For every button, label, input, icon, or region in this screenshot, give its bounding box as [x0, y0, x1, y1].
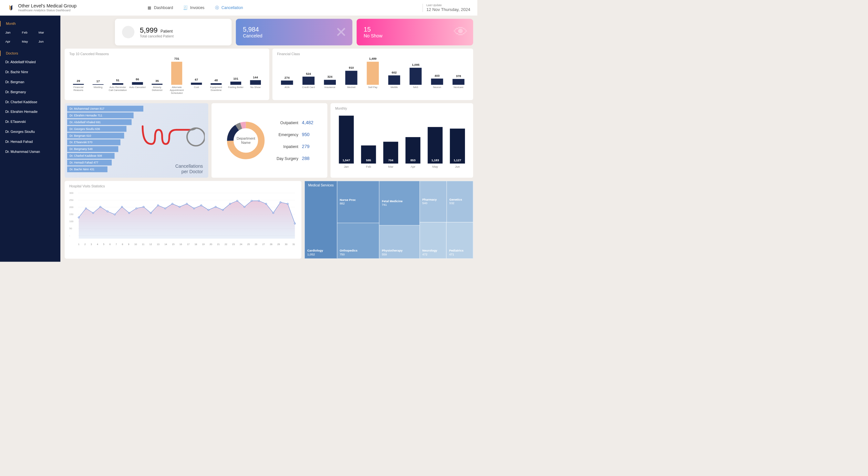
doctor-filter[interactable]: Dr. Abdellatif Khaled [5, 60, 55, 64]
month-mar[interactable]: Mar [38, 31, 55, 35]
monthly-bar: 585Feb [359, 145, 378, 169]
treemap-cell: Pediatrics471 [446, 222, 473, 259]
dept-row: Emergency950 [272, 132, 313, 137]
monthly-title: Monthly [335, 107, 469, 111]
bar-column: 86Auto Canceled [128, 77, 147, 94]
svg-point-22 [229, 203, 230, 204]
kpi-total-unit: Patient [160, 29, 173, 34]
treemap-cell: Cardiology1,052 [305, 181, 337, 259]
treemap-cell: Neurology472 [420, 222, 446, 259]
sidebar-doctors-title: Doctors [0, 50, 60, 56]
tab-invoices[interactable]: 🧾Invoices [184, 5, 205, 10]
tree-title: Medical Services [308, 183, 334, 188]
month-jun[interactable]: Jun [38, 40, 55, 43]
svg-point-0 [187, 128, 205, 146]
kpi-noshow: 15 No Show 👁 [356, 19, 473, 45]
header: Other Level's Medical Group Healthcare A… [0, 0, 477, 15]
doctor-filter[interactable]: Dr. Bachir Nimr [5, 70, 55, 74]
month-apr[interactable]: Apr [5, 40, 22, 43]
tab-dashboard[interactable]: ▦Dashboard [148, 5, 173, 10]
monthly-bar: 1,183May [426, 127, 445, 169]
monthly-bar: 704Mar [381, 142, 400, 169]
doctor-filter[interactable]: Dr. Georges Sioufiu [5, 130, 55, 134]
update-date: 12 Nov Thursday, 2024 [426, 7, 470, 11]
bar-column: 324Insurance [320, 75, 340, 95]
month-feb[interactable]: Feb [22, 31, 38, 35]
doctor-filter[interactable]: Dr. Charbel Kaddisse [5, 100, 55, 104]
patient-avatar-icon [122, 26, 135, 38]
close-circle-icon: ⓧ [215, 6, 219, 10]
bar-column: 17Meeting [89, 80, 107, 95]
month-may[interactable]: May [22, 40, 38, 43]
svg-point-1 [78, 217, 80, 218]
svg-point-28 [273, 212, 274, 213]
bar-column: 48Equipment Downtime [207, 79, 225, 95]
svg-point-29 [280, 202, 281, 203]
svg-point-24 [244, 206, 245, 207]
svg-point-8 [128, 212, 130, 213]
bar-column: 378Nextcare [448, 74, 469, 94]
brand-logo-icon [7, 4, 14, 11]
bar-column: 731Alternate Appointment Scheduled [167, 57, 186, 95]
card-financial-class: Financial Class 274AXA524Credit Card324I… [273, 49, 473, 100]
treemap-cell: Orthopedics750 [337, 223, 379, 259]
svg-point-3 [92, 212, 94, 213]
hbar-row: Dr. Muhammad Usman 817 [67, 106, 206, 111]
nav-tabs: ▦Dashboard 🧾Invoices ⓧCancellation [148, 5, 243, 10]
department-donut-chart: DepartmentName [225, 120, 267, 161]
monthly-bar: 853Apr [404, 137, 423, 168]
svg-point-7 [121, 206, 123, 207]
sidebar: Month JanFebMarAprMayJun Doctors Dr. Abd… [0, 15, 60, 262]
svg-point-11 [150, 212, 151, 213]
dept-row: Inpatient279 [272, 144, 313, 149]
update-label: Last Update [426, 4, 470, 7]
svg-point-13 [165, 208, 166, 209]
eye-icon: 👁 [454, 24, 468, 40]
brand-block: Other Level's Medical Group Healthcare A… [18, 3, 76, 12]
kpi-total-cancelled: 5,999 Patient Total cancelled Patient [115, 19, 231, 45]
card-medical-services-treemap: Medical Services Cardiology1,052Nurse Pr… [305, 181, 473, 259]
svg-point-5 [107, 211, 108, 212]
monthly-bar: 1,127Jun [448, 129, 467, 169]
bar-column: 67Cost [187, 78, 206, 95]
bar-column: 1,489Self Pay [363, 57, 383, 95]
month-jan[interactable]: Jan [5, 31, 22, 35]
card-canceled-reasons: Top 10 Canceled Reasons 29Financial Reas… [65, 49, 269, 100]
dept-row: Outpatient4,482 [272, 120, 313, 126]
reasons-title: Top 10 Canceled Reasons [69, 52, 265, 56]
bar-column: 274AXA [277, 76, 297, 94]
doctor-filter[interactable]: Dr. Bergmany [5, 90, 55, 94]
kpi-noshow-lbl: No Show [364, 33, 382, 39]
doctor-filter[interactable]: Dr. Hemadi Fahad [5, 140, 55, 143]
svg-point-14 [172, 203, 173, 204]
finclass-title: Financial Class [277, 52, 469, 56]
doctor-filter[interactable]: Dr. Muhammad Usman [5, 150, 55, 154]
doctor-filter[interactable]: Dr. ETasevski [5, 120, 55, 124]
svg-point-15 [179, 206, 180, 207]
svg-point-9 [135, 208, 137, 209]
monthly-bar: 1,547Jan [337, 116, 356, 169]
hbar-row: Dr. Ebrahim Hemadie 711 [67, 112, 206, 118]
bar-column: 29Financial Reasons [69, 79, 88, 95]
bar-column: 1,095NAS [406, 63, 426, 95]
svg-point-26 [258, 200, 259, 202]
tab-cancellation[interactable]: ⓧCancellation [215, 5, 243, 10]
svg-point-16 [186, 203, 187, 204]
svg-point-25 [251, 200, 252, 202]
svg-point-10 [143, 206, 144, 207]
perdoc-title: Cancellations per Doctor [175, 164, 203, 174]
treemap-cell: Nurse Proc882 [337, 181, 379, 223]
sidebar-month-title: Month [0, 21, 60, 27]
kpi-noshow-num: 15 [364, 26, 382, 33]
svg-point-2 [85, 208, 87, 209]
doctor-filter[interactable]: Dr. Ebrahim Hemadie [5, 110, 55, 114]
doctor-filter[interactable]: Dr. Bergman [5, 80, 55, 84]
grid-icon: ▦ [148, 6, 151, 10]
treemap-cell: Fetal Medicine741 [379, 181, 420, 225]
brand-subtitle: Healthcare Analytics Status Dashboard [18, 9, 76, 12]
dept-row: Day Surgery288 [272, 156, 313, 161]
card-hospital-visits: Hospital Visits Statistics -501001502002… [65, 181, 301, 259]
svg-point-12 [157, 205, 159, 206]
x-icon: ✕ [335, 24, 347, 40]
kpi-total-sub: Total cancelled Patient [140, 34, 174, 38]
